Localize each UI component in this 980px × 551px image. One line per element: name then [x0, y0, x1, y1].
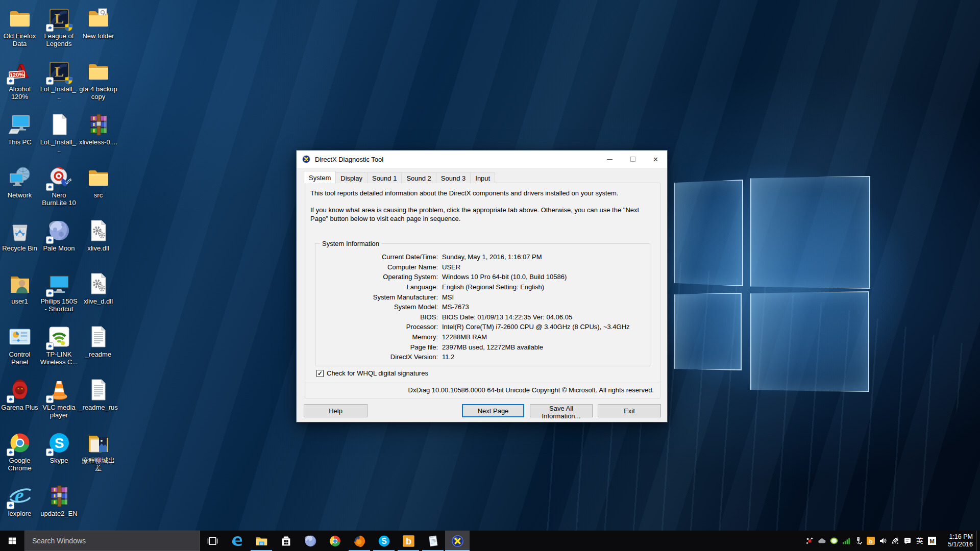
start-button[interactable] [0, 531, 24, 551]
footer-separator [305, 383, 661, 383]
whql-checkbox[interactable]: ✓ Check for WHQL digital signatures [316, 369, 428, 377]
desktop-icon-src[interactable]: src [79, 165, 118, 199]
desktop-icon-this-pc[interactable]: This PC [0, 112, 39, 146]
info-value: MS-7673 [442, 303, 469, 311]
info-row-page-file: Page file:2397MB used, 12272MB available [315, 342, 650, 352]
desktop-icon-label: League of Legends [39, 32, 79, 47]
taskbar-task-view-icon[interactable] [200, 531, 225, 551]
tray-ime-lang-icon[interactable]: 英 [916, 537, 924, 545]
tab-display[interactable]: Display [335, 172, 368, 183]
tab-sound-3[interactable]: Sound 3 [436, 172, 471, 183]
user-folder-icon [8, 271, 32, 296]
taskbar-clock[interactable]: 1:16 PM 5/1/2016 [940, 531, 973, 551]
moon-icon [47, 218, 71, 243]
desktop-icon-iexplore[interactable]: eiexplore [0, 484, 39, 517]
desktop-icon-user1[interactable]: user1 [0, 271, 39, 305]
taskbar-file-explorer-icon[interactable] [249, 531, 274, 551]
info-value: Windows 10 Pro 64-bit (10.0, Build 10586… [442, 273, 567, 281]
desktop-icon-療程聊城出差[interactable]: 療程聊城出差 [79, 431, 118, 472]
save-all-information-button[interactable]: Save All Information... [530, 404, 593, 417]
checkbox-icon[interactable]: ✓ [316, 370, 324, 377]
info-value: MSI [442, 293, 454, 301]
tray-app-molecule-icon[interactable] [805, 537, 814, 545]
desktop-icon-gta-4-backup-copy[interactable]: gta 4 backup copy [79, 59, 118, 101]
taskbar-skype-icon[interactable]: S [372, 531, 396, 551]
tray-glyph: 英 [917, 537, 923, 545]
desktop-icon-old-firefox-data[interactable]: Old Firefox Data [0, 6, 39, 47]
tray-signal-bars-icon[interactable] [842, 537, 850, 545]
close-button[interactable]: ✕ [644, 151, 667, 168]
folder-icon [86, 165, 111, 190]
desktop-icon-xlive-d-dll[interactable]: xlive_d.dll [79, 271, 118, 305]
svg-text:e: e [15, 484, 24, 507]
desktop-icon-lol-install[interactable]: LLoL_Install_... [39, 59, 79, 101]
maximize-button[interactable] [621, 151, 644, 168]
info-label: Page file: [315, 343, 438, 351]
next-page-button[interactable]: Next Page [462, 404, 524, 417]
desktop-icon-recycle-bin[interactable]: Recycle Bin [0, 218, 39, 252]
tray-ime-mode-icon[interactable]: M [928, 537, 936, 545]
desktop-icon-xlive-dll[interactable]: xlive.dll [79, 218, 118, 252]
tab-page-system: This tool reports detailed information a… [305, 183, 660, 398]
taskbar-search-input[interactable]: Search Windows [24, 531, 200, 551]
desktop-icon-label: user1 [0, 297, 39, 305]
desktop-icon-xliveless-0[interactable]: xliveless-0.... [79, 112, 118, 146]
help-button[interactable]: Help [304, 404, 368, 417]
taskbar-pale-moon-icon[interactable] [298, 531, 323, 551]
tray-network-waves-icon[interactable] [891, 537, 899, 545]
windows-logo-pane-top-left [674, 180, 743, 286]
tab-input[interactable]: Input [470, 172, 495, 183]
minimize-button[interactable] [598, 151, 621, 168]
dxdiag-titlebar[interactable]: DirectX Diagnostic Tool ✕ [297, 151, 667, 168]
desktop-icon-label: LoL_Install_... [39, 85, 79, 101]
tab-sound-1[interactable]: Sound 1 [367, 172, 402, 183]
tab-sound-2[interactable]: Sound 2 [401, 172, 436, 183]
tray-onedrive-icon[interactable] [818, 537, 826, 545]
desktop-icon-alcohol-120[interactable]: A120%Alcohol 120% [0, 59, 39, 101]
taskbar-edge-icon[interactable] [225, 531, 249, 551]
uac-shield-icon [64, 23, 73, 32]
shortcut-arrow-icon [7, 77, 14, 85]
show-desktop-button[interactable] [976, 531, 980, 551]
desktop-icon-readme-rus[interactable]: _readme_rus [79, 378, 118, 411]
windows-logo-pane-bottom-left [674, 293, 742, 370]
tray-lime-icon[interactable] [830, 537, 838, 545]
taskbar-store-icon[interactable] [274, 531, 298, 551]
window-title: DirectX Diagnostic Tool [315, 156, 383, 163]
taskbar-chrome-icon[interactable] [323, 531, 347, 551]
tray-usb-eject-icon[interactable] [854, 537, 863, 545]
exit-button[interactable]: Exit [598, 404, 661, 417]
clock-date: 5/1/2016 [940, 541, 973, 548]
desktop-icon-league-of-legends[interactable]: LLeague of Legends [39, 6, 79, 47]
shortcut-arrow-icon [46, 24, 54, 32]
desktop-icon-philips-150s-shortcut[interactable]: Philips 150S - Shortcut [39, 271, 79, 313]
desktop-icon-new-folder[interactable]: New folder [79, 6, 118, 40]
desktop-icon-control-panel[interactable]: Control Panel [0, 324, 39, 366]
desktop-icon-garena-plus[interactable]: Garena Plus [0, 378, 39, 411]
desktop-icon-tp-link-wireless-c[interactable]: TP-LINK Wireless C... [39, 324, 79, 366]
taskbar-dxdiag-icon[interactable] [445, 531, 470, 551]
desktop-icon-readme[interactable]: _readme [79, 324, 118, 358]
svg-text:M: M [929, 538, 935, 544]
info-row-current-date-time: Current Date/Time:Sunday, May 1, 2016, 1… [315, 252, 650, 262]
desktop-icon-vlc-media-player[interactable]: VLC media player [39, 378, 79, 419]
desktop-icon-pale-moon[interactable]: Pale Moon [39, 218, 79, 252]
tray-action-center-icon[interactable] [903, 537, 912, 545]
doc-icon [47, 112, 71, 137]
svg-text:S: S [381, 536, 387, 545]
svg-text:L: L [54, 11, 63, 27]
taskbar-firefox-icon[interactable] [347, 531, 372, 551]
taskbar-notepad-icon[interactable] [421, 531, 445, 551]
tray-bing-tray-icon[interactable]: b [867, 537, 875, 545]
desktop-icon-skype[interactable]: SSkype [39, 431, 79, 464]
tab-system[interactable]: System [304, 171, 336, 183]
tray-volume-icon[interactable] [879, 537, 887, 545]
desktop-icon-lol-install[interactable]: LoL_Install_... [39, 112, 79, 154]
desktop-icon-nero-burnlite-10[interactable]: LITENero BurnLite 10 [39, 165, 79, 207]
info-label: BIOS: [315, 313, 438, 321]
taskbar-bing-icon[interactable]: b [396, 531, 421, 551]
desktop-icon-google-chrome[interactable]: Google Chrome [0, 431, 39, 472]
desktop-icon-network[interactable]: Network [0, 165, 39, 199]
shortcut-arrow-icon [7, 395, 14, 403]
desktop-icon-update2-en[interactable]: update2_EN [39, 484, 79, 517]
